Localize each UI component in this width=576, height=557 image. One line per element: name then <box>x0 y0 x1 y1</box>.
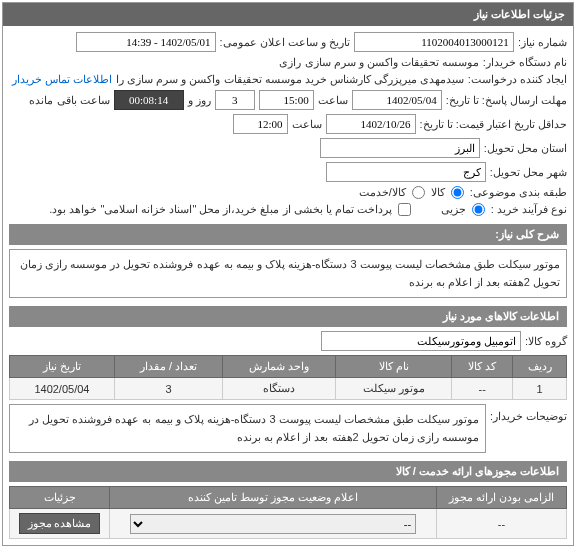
desc-box: موتور سیکلت طبق مشخصات لیست پیوست 3 دستگ… <box>9 249 567 298</box>
reply-date-input[interactable] <box>352 90 442 110</box>
days-label: روز و <box>188 94 211 107</box>
creator-label: ایجاد کننده درخواست: <box>468 73 567 86</box>
row-buyer-org: نام دستگاه خریدار: موسسه تحقیقات واکسن و… <box>9 56 567 69</box>
cell-details: مشاهده مجوز <box>10 509 110 539</box>
announce-label: تاریخ و ساعت اعلان عمومی: <box>220 36 350 49</box>
buyer-org-label: نام دستگاه خریدار: <box>483 56 567 69</box>
buy-type-partial-label: جزیی <box>441 203 466 216</box>
view-permit-button[interactable]: مشاهده مجوز <box>19 513 101 534</box>
col-name: نام کالا <box>336 356 452 378</box>
buy-type-partial-radio[interactable] <box>472 203 485 216</box>
col-row: ردیف <box>513 356 567 378</box>
row-category: طبقه بندی موضوعی: کالا کالا/خدمت <box>9 186 567 199</box>
permits-table: الزامی بودن ارائه مجوز اعلام وضعیت مجوز … <box>9 486 567 539</box>
row-min-valid: حداقل تاریخ اعتبار قیمت: تا تاریخ: ساعت <box>9 114 567 134</box>
col-code: کد کالا <box>452 356 513 378</box>
min-valid-date-input[interactable] <box>326 114 416 134</box>
cat-khadamat-radio[interactable] <box>412 186 425 199</box>
buyer-note-box: موتور سیکلت طبق مشخصات لیست پیوست 3 دستگ… <box>9 404 486 453</box>
saat-label-1: ساعت <box>318 94 348 107</box>
announce-input[interactable] <box>76 32 216 52</box>
permits-header: اطلاعات مجوزهای ارائه خدمت / کالا <box>9 461 567 482</box>
row-buyer-note: توضیحات خریدار: موتور سیکلت طبق مشخصات ل… <box>9 404 567 453</box>
col-qty: تعداد / مقدار <box>114 356 222 378</box>
row-buy-type: نوع فرآیند خرید : جزیی پرداخت تمام یا بخ… <box>9 203 567 216</box>
reply-time-input[interactable] <box>259 90 314 110</box>
items-table: ردیف کد کالا نام کالا واحد شمارش تعداد /… <box>9 355 567 400</box>
row-province: استان محل تحویل: <box>9 138 567 158</box>
cat-khadamat-label: کالا/خدمت <box>359 186 406 199</box>
cell-date: 1402/05/04 <box>10 378 115 400</box>
row-creator: ایجاد کننده درخواست: سیدمهدی میرپزرگی کا… <box>9 73 567 86</box>
row-niaz-no: شماره نیاز: تاریخ و ساعت اعلان عمومی: <box>9 32 567 52</box>
items-header: اطلاعات کالاهای مورد نیاز <box>9 306 567 327</box>
col-details: جزئیات <box>10 487 110 509</box>
cell-status: -- <box>110 509 437 539</box>
col-unit: واحد شمارش <box>223 356 336 378</box>
cat-kala-label: کالا <box>431 186 445 199</box>
contact-link[interactable]: اطلاعات تماس خریدار <box>12 73 112 86</box>
cell-mandatory: -- <box>437 509 567 539</box>
col-mandatory: الزامی بودن ارائه مجوز <box>437 487 567 509</box>
saat-label-2: ساعت <box>292 118 322 131</box>
col-date: تاریخ نیاز <box>10 356 115 378</box>
buy-type-note-check[interactable] <box>398 203 411 216</box>
city-label: شهر محل تحویل: <box>490 166 567 179</box>
desc-header: شرح کلی نیاز: <box>9 224 567 245</box>
cell-code: -- <box>452 378 513 400</box>
cell-qty: 3 <box>114 378 222 400</box>
city-input[interactable] <box>326 162 486 182</box>
min-valid-time-input[interactable] <box>233 114 288 134</box>
cell-row: 1 <box>513 378 567 400</box>
creator-value: سیدمهدی میرپزرگی کارشناس خرید موسسه تحقی… <box>116 73 464 86</box>
province-input[interactable] <box>320 138 480 158</box>
panel-body: شماره نیاز: تاریخ و ساعت اعلان عمومی: نا… <box>3 26 573 545</box>
row-reply-deadline: مهلت ارسال پاسخ: تا تاریخ: ساعت روز و سا… <box>9 90 567 110</box>
remain-time-input <box>114 90 184 110</box>
group-input[interactable] <box>321 331 521 351</box>
cell-unit: دستگاه <box>223 378 336 400</box>
min-valid-label: حداقل تاریخ اعتبار قیمت: تا تاریخ: <box>420 118 567 131</box>
permits-header-row: الزامی بودن ارائه مجوز اعلام وضعیت مجوز … <box>10 487 567 509</box>
niaz-no-input[interactable] <box>354 32 514 52</box>
main-panel: جزئیات اطلاعات نیاز شماره نیاز: تاریخ و … <box>2 2 574 546</box>
buyer-org-value: موسسه تحقیقات واکسن و سرم سازی رازی <box>279 56 478 69</box>
days-input[interactable] <box>215 90 255 110</box>
items-header-row: ردیف کد کالا نام کالا واحد شمارش تعداد /… <box>10 356 567 378</box>
buy-type-note: پرداخت تمام یا بخشی از مبلغ خرید،از محل … <box>49 203 392 216</box>
table-row[interactable]: 1 -- موتور سیکلت دستگاه 3 1402/05/04 <box>10 378 567 400</box>
col-status: اعلام وضعیت مجوز توسط تامین کننده <box>110 487 437 509</box>
buy-type-label: نوع فرآیند خرید : <box>491 203 567 216</box>
reply-deadline-label: مهلت ارسال پاسخ: تا تاریخ: <box>446 94 567 107</box>
cat-kala-radio[interactable] <box>451 186 464 199</box>
province-label: استان محل تحویل: <box>484 142 567 155</box>
panel-title: جزئیات اطلاعات نیاز <box>3 3 573 26</box>
status-select[interactable]: -- <box>130 514 416 534</box>
niaz-no-label: شماره نیاز: <box>518 36 567 49</box>
category-label: طبقه بندی موضوعی: <box>470 186 567 199</box>
row-group: گروه کالا: <box>9 331 567 351</box>
permits-row: -- -- مشاهده مجوز <box>10 509 567 539</box>
cell-name: موتور سیکلت <box>336 378 452 400</box>
buyer-note-label: توضیحات خریدار: <box>490 404 567 423</box>
group-label: گروه کالا: <box>525 335 567 348</box>
row-city: شهر محل تحویل: <box>9 162 567 182</box>
remain-label: ساعت باقی مانده <box>29 94 109 107</box>
